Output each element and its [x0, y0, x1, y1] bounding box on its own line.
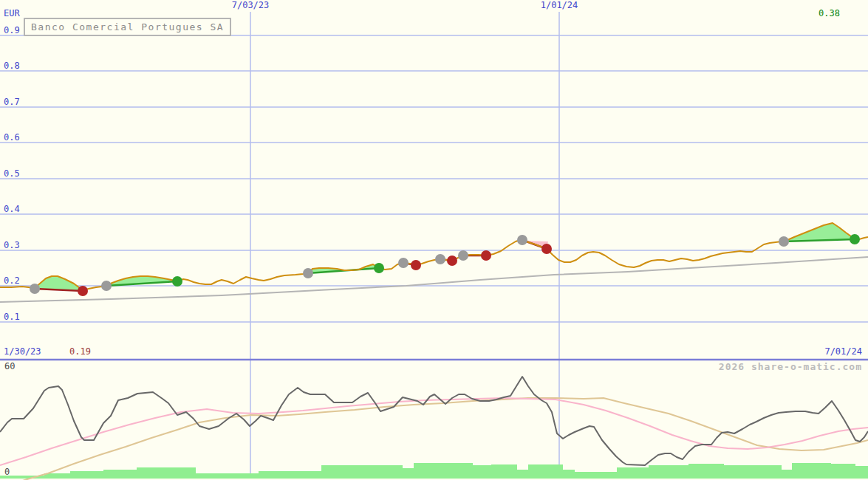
trade-entry-dot-6: [517, 235, 527, 245]
bottom-date-label: 7/01/24: [824, 347, 862, 357]
top-date-label: 1/01/24: [541, 1, 578, 10]
currency-label: EUR: [4, 9, 20, 18]
trade-exit-value-label: 0.19: [69, 347, 91, 357]
trade-entry-dot-2: [303, 268, 313, 278]
y-tick-label-0.7: 0.7: [4, 97, 20, 107]
last-value-label: 0.38: [819, 9, 840, 18]
bottom-date-label: 1/30/23: [4, 347, 41, 357]
y-tick-label-0.5: 0.5: [4, 169, 20, 179]
stock-chart-page: EUR Banco Comercial Portugues SA 0.38 0.…: [0, 0, 868, 480]
instrument-title-box: Banco Comercial Portugues SA: [24, 18, 231, 36]
trade-entry-dot-1: [101, 281, 112, 291]
y-tick-label-0.6: 0.6: [4, 133, 20, 143]
top-date-label: 7/03/23: [232, 1, 270, 10]
trade-exit-dot-7: [850, 234, 860, 244]
y-tick-label-0.2: 0.2: [4, 276, 20, 286]
indicator-top-scale-label: 60: [4, 362, 15, 371]
trade-entry-dot-7: [779, 236, 789, 247]
y-tick-label-0.3: 0.3: [4, 241, 20, 250]
watermark: 2026 share-o-matic.com: [719, 361, 862, 372]
indicator-black-line: [0, 377, 868, 465]
indicator-bottom-scale-label: 0: [4, 467, 10, 477]
y-tick-label-0.4: 0.4: [4, 205, 20, 214]
y-tick-label-0.1: 0.1: [4, 312, 20, 322]
trade-exit-dot-4: [447, 256, 457, 266]
trade-entry-dot-3: [398, 258, 409, 268]
trade-entry-dot-4: [435, 254, 445, 264]
trade-exit-dot-6: [541, 244, 552, 254]
y-tick-label-0.8: 0.8: [4, 61, 20, 71]
volume-area: [0, 463, 868, 479]
trade-exit-dot-2: [374, 263, 384, 273]
chart-canvas: [0, 0, 868, 480]
trade-exit-dot-3: [411, 260, 421, 270]
trade-exit-dot-0: [78, 286, 88, 296]
trade-exit-dot-1: [172, 276, 182, 287]
trade-entry-dot-0: [30, 284, 40, 294]
trade-exit-dot-5: [481, 250, 491, 261]
trade-entry-dot-5: [458, 250, 468, 261]
y-tick-label-0.9: 0.9: [4, 26, 20, 35]
